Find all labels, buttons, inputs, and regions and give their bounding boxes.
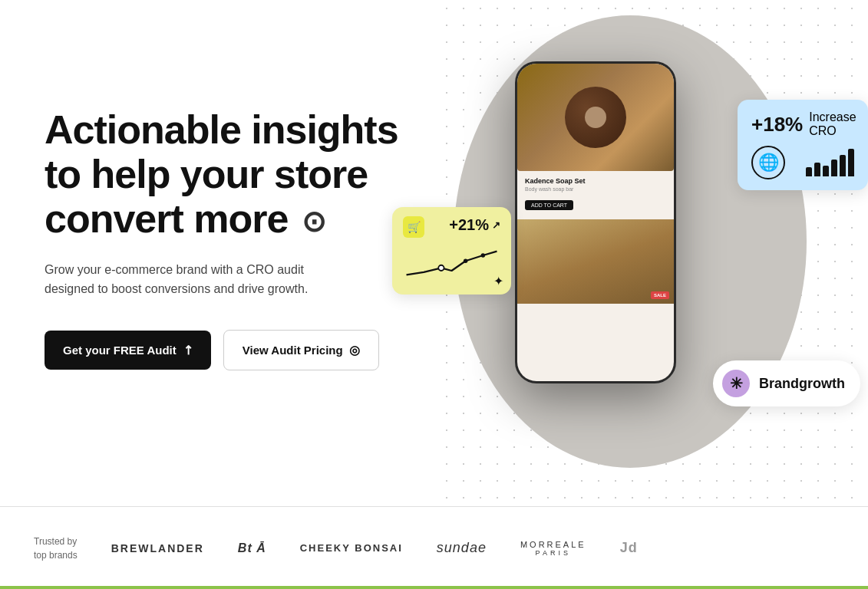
phone-product-image2: SALE [517, 219, 674, 304]
cart-icon: 🛒 [403, 216, 424, 238]
arrow-icon: ↗ [179, 341, 196, 359]
phone-product-name: Kadence Soap Set [525, 177, 666, 185]
hero-subtext: Grow your e-commerce brand with a CRO au… [45, 260, 328, 299]
cro-card-bottom: 🌐 [751, 146, 854, 179]
bar-2 [814, 163, 820, 176]
brandgrowth-badge: ✳ Brandgrowth [713, 360, 860, 406]
cro-label: Increase CRO [809, 110, 856, 138]
cro-card: +18% Increase CRO 🌐 [738, 100, 868, 190]
brand-name: Brandgrowth [759, 376, 845, 392]
chart-percent-value: +21% [449, 216, 489, 234]
brand-brewlander: BREWLANDER [111, 542, 204, 554]
chart-up-arrow: ↗ [492, 219, 500, 231]
chart-percent: +21% ↗ [449, 216, 500, 234]
trusted-line2: top brands [34, 550, 78, 561]
sparkline-chart [403, 244, 500, 282]
phone-product-desc: Body wash soap bar [525, 186, 666, 192]
sale-badge: SALE [651, 291, 669, 299]
headline-line1: Actionable insights [45, 107, 398, 152]
headline-line3: convert more [45, 196, 288, 241]
phone-product-image1 [517, 64, 674, 171]
brand-morreale: MORREALE PARIS [520, 540, 586, 557]
view-pricing-label: View Audit Pricing [243, 344, 343, 357]
checkmark-icon: ⊙ [302, 206, 325, 239]
cro-label-line2: CRO [809, 124, 856, 138]
sparkle-icon: ✦ [493, 274, 503, 288]
brand-cheeky-bonsai: CHEEKY BONSAI [300, 542, 403, 554]
asterisk-icon: ✳ [722, 370, 750, 397]
free-audit-label: Get your FREE Audit [63, 344, 177, 357]
bar-4 [831, 160, 837, 176]
phone-donut-graphic [565, 87, 626, 148]
trusted-line1: Trusted by [34, 536, 77, 547]
bar-5 [840, 155, 846, 176]
bar-3 [823, 166, 829, 176]
hero-left-content: Actionable insights to help your store c… [45, 107, 405, 370]
bar-chart [806, 149, 854, 176]
cro-card-top: +18% Increase CRO [751, 110, 854, 138]
brand-sundae: sundae [437, 540, 487, 556]
chart-card-header: 🛒 +21% ↗ [403, 216, 500, 238]
globe-icon: 🌐 [751, 146, 785, 179]
cro-label-line1: Increase [809, 110, 856, 124]
eye-icon: ◎ [349, 343, 360, 357]
brand-bt: Bt Ā [238, 541, 266, 555]
free-audit-button[interactable]: Get your FREE Audit ↗ [45, 331, 211, 370]
phone-add-to-cart: ADD TO CART [525, 200, 573, 210]
bar-6 [848, 149, 854, 176]
headline-line2: to help your store [45, 152, 368, 196]
chart-card: 🛒 +21% ↗ ✦ [392, 207, 511, 294]
trusted-label: Trusted by top brands [34, 535, 78, 562]
cro-percent: +18% [751, 113, 803, 137]
svg-point-1 [464, 259, 467, 263]
hero-headline: Actionable insights to help your store c… [45, 107, 405, 242]
phone-mockup: NEW Kadence Soap Set Body wash soap bar … [515, 61, 676, 383]
phone-screen: NEW Kadence Soap Set Body wash soap bar … [517, 64, 674, 381]
phone-product-info: Kadence Soap Set Body wash soap bar ADD … [517, 171, 674, 216]
view-pricing-button[interactable]: View Audit Pricing ◎ [223, 330, 379, 370]
hero-right-area: NEW Kadence Soap Set Body wash soap bar … [408, 0, 868, 506]
bottom-trusted-bar: Trusted by top brands BREWLANDER Bt Ā CH… [0, 506, 868, 589]
brand-logos: BREWLANDER Bt Ā CHEEKY BONSAI sundae MOR… [111, 540, 834, 557]
brand-jd: Jd [620, 540, 638, 556]
bottom-accent-bar [0, 586, 868, 589]
bar-1 [806, 167, 812, 176]
svg-point-2 [481, 253, 485, 257]
cta-group: Get your FREE Audit ↗ View Audit Pricing… [45, 330, 405, 370]
svg-point-0 [438, 265, 444, 271]
